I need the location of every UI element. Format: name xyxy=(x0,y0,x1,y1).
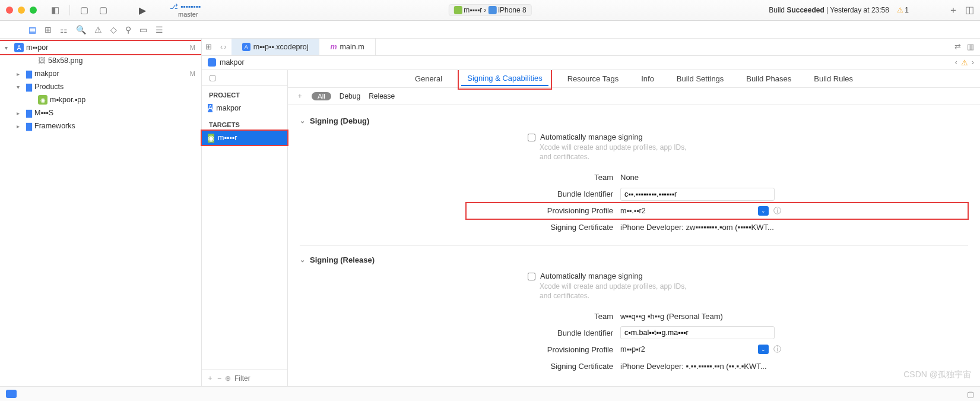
tab-build-settings[interactable]: Build Settings xyxy=(673,72,728,86)
project-file-icon: A xyxy=(242,43,250,51)
sidebar-toggle-icon[interactable]: ◧ xyxy=(51,5,59,15)
close-icon[interactable] xyxy=(6,7,13,14)
separator xyxy=(69,5,70,15)
window-controls xyxy=(6,7,37,14)
tree-row[interactable]: ▸▇makporM xyxy=(0,67,201,80)
tab-resource-tags[interactable]: Resource Tags xyxy=(564,72,622,86)
fwd-arrow-icon[interactable]: › xyxy=(224,42,226,51)
expand-icon[interactable]: ▢ xyxy=(967,390,974,399)
tab-info[interactable]: Info xyxy=(638,72,658,86)
disclosure-icon[interactable]: ▾ xyxy=(5,45,12,51)
disclosure-icon[interactable] xyxy=(28,97,36,103)
tree-row[interactable]: ▸▇Frameworks xyxy=(0,119,201,132)
compare-icon[interactable]: ⇄ xyxy=(954,42,961,51)
tab-mainm[interactable]: m main.m xyxy=(319,39,375,55)
disclosure-icon[interactable]: ▸ xyxy=(17,71,24,77)
config-all[interactable]: All xyxy=(312,92,331,100)
tree-label: M▪▪▪S xyxy=(34,109,53,117)
provisioning-profile-value: m▪▪.▪▪r2 xyxy=(620,207,646,215)
split-icon[interactable]: ▥ xyxy=(967,42,974,51)
tab-project[interactable]: A m▪▪p▪▪.xcodeproj xyxy=(231,39,320,55)
capability-config-bar: ＋ All Debug Release xyxy=(288,88,980,105)
info-icon[interactable]: ⓘ xyxy=(773,206,781,216)
back-icon[interactable]: ▢ xyxy=(80,5,88,15)
tree-row[interactable]: ▾▇Products xyxy=(0,80,201,93)
folder-icon: ▇ xyxy=(26,109,32,118)
breadcrumb-label[interactable]: makpor xyxy=(220,58,245,67)
signing-cert-value[interactable]: iPhone Developer: ▪.▪▪.▪▪▪▪▪.▪▪n (▪▪.▪.▪… xyxy=(620,362,767,371)
add-capability-icon[interactable]: ＋ xyxy=(296,91,303,101)
auto-manage-signing-checkbox[interactable] xyxy=(528,273,535,280)
team-value[interactable]: w▪▪q▪▪g ▪h▪▪g (Personal Team) xyxy=(620,312,723,321)
provisioning-profile-dropdown[interactable]: m▪▪p▪r2 ⌄ xyxy=(620,345,769,354)
project-item-label: makpor xyxy=(216,104,241,112)
tree-row[interactable]: 🖼58x58.png xyxy=(0,54,201,67)
disclosure-icon[interactable] xyxy=(28,58,36,64)
outline-toggle-icon[interactable]: ▢ xyxy=(202,70,287,86)
issue-nav-icon[interactable]: ⚠ xyxy=(94,25,102,34)
navigator-tabs: ▤ ⊞ ⚏ 🔍 ⚠ ◇ ⚲ ▭ ☰ xyxy=(0,21,980,39)
test-nav-icon[interactable]: ◇ xyxy=(110,25,117,34)
back-arrow-icon[interactable]: ‹ xyxy=(220,42,223,51)
project-nav-icon[interactable]: ▤ xyxy=(28,25,36,34)
section-signing-release[interactable]: ⌄ Signing (Release) xyxy=(300,255,968,264)
maximize-icon[interactable] xyxy=(30,7,37,14)
tab-build-rules[interactable]: Build Rules xyxy=(810,72,857,86)
branch-sub: master xyxy=(178,11,201,18)
symbol-nav-icon[interactable]: ⚏ xyxy=(60,25,68,34)
disclosure-icon[interactable]: ▸ xyxy=(17,110,24,116)
scm-branch[interactable]: ⎇▪▪▪▪▪▪▪▪ master xyxy=(170,2,201,18)
bundle-id-input[interactable] xyxy=(620,326,775,339)
forward-icon[interactable]: ▢ xyxy=(99,5,107,15)
project-item[interactable]: A makpor xyxy=(202,101,287,115)
back-icon[interactable]: ‹ xyxy=(955,58,957,67)
disclosure-icon[interactable]: ▸ xyxy=(17,123,24,130)
tab-signing[interactable]: Signing & Capabilities xyxy=(461,71,548,86)
tree-label: makpor xyxy=(34,70,59,78)
tab-general[interactable]: General xyxy=(411,72,446,86)
scm-status: M xyxy=(190,70,195,77)
activity-view: Build Succeeded | Yesterday at 23:58 1 xyxy=(769,6,909,14)
warning-badge[interactable]: 1 xyxy=(897,6,909,14)
target-item[interactable]: ◉ m▪▪▪▪r xyxy=(202,131,287,145)
auto-manage-label: Automatically manage signing xyxy=(540,271,643,280)
warning-icon[interactable]: ⚠ xyxy=(961,58,968,67)
bundle-id-input[interactable] xyxy=(620,188,775,201)
run-button[interactable]: ▶ xyxy=(139,5,146,16)
provisioning-profile-dropdown[interactable]: m▪▪.▪▪r2 ⌄ xyxy=(620,206,769,216)
tree-row[interactable]: ◉m▪kpor.▪pp xyxy=(0,93,201,106)
find-nav-icon[interactable]: 🔍 xyxy=(76,25,86,34)
filter-tag-icon[interactable] xyxy=(6,390,17,398)
tree-row[interactable]: ▾Am▪▪porM xyxy=(0,41,201,54)
breakpoint-nav-icon[interactable]: ▭ xyxy=(139,25,147,34)
team-label: Team xyxy=(466,173,620,182)
filter-input[interactable] xyxy=(234,374,270,383)
team-value[interactable]: None xyxy=(620,173,639,182)
tree-label: m▪▪por xyxy=(26,43,48,52)
info-icon[interactable]: ⓘ xyxy=(773,344,781,355)
add-target-icon[interactable]: ＋ xyxy=(207,373,214,383)
auto-manage-signing-checkbox[interactable] xyxy=(528,134,535,141)
scheme-selector[interactable]: m▪▪▪▪r › iPhone 8 xyxy=(448,4,531,16)
chevron-down-icon: ⌄ xyxy=(300,117,305,125)
tab-label: main.m xyxy=(340,43,364,51)
disclosure-icon[interactable]: ▾ xyxy=(17,84,24,90)
source-nav-icon[interactable]: ⊞ xyxy=(45,25,52,34)
remove-target-icon[interactable]: − xyxy=(217,374,221,383)
debug-nav-icon[interactable]: ⚲ xyxy=(125,25,131,34)
add-icon[interactable]: ＋ xyxy=(949,4,958,17)
breadcrumb: makpor ‹ ⚠ › xyxy=(202,56,980,71)
related-items-icon[interactable]: ⊞ xyxy=(202,39,215,55)
report-nav-icon[interactable]: ☰ xyxy=(156,25,163,34)
forward-icon[interactable]: › xyxy=(972,58,974,67)
config-debug[interactable]: Debug xyxy=(340,92,360,100)
tree-row[interactable]: ▸▇M▪▪▪S xyxy=(0,106,201,119)
target-item-label: m▪▪▪▪r xyxy=(218,134,237,142)
tab-label: m▪▪p▪▪.xcodeproj xyxy=(253,43,309,51)
tab-build-phases[interactable]: Build Phases xyxy=(743,72,795,86)
signing-cert-value[interactable]: iPhone Developer: zw▪▪▪▪▪▪▪▪.▪om (▪▪▪▪▪K… xyxy=(620,223,774,232)
config-release[interactable]: Release xyxy=(369,92,395,100)
library-icon[interactable]: ◫ xyxy=(965,4,974,17)
minimize-icon[interactable] xyxy=(18,7,25,14)
section-signing-debug[interactable]: ⌄ Signing (Debug) xyxy=(300,116,968,125)
